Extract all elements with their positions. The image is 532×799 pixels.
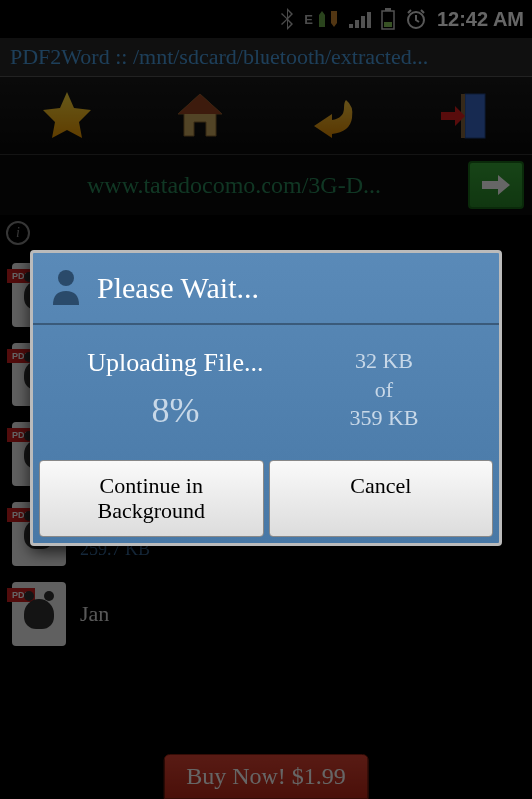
cancel-button[interactable]: Cancel (269, 460, 494, 537)
dialog-title: Please Wait... (97, 271, 259, 305)
dialog-header: Please Wait... (33, 253, 499, 325)
upload-dialog: Please Wait... Uploading File... 8% 32 K… (30, 250, 502, 546)
of-label: of (293, 377, 475, 402)
person-icon (49, 267, 83, 309)
svg-point-6 (58, 270, 74, 286)
upload-percent: 8% (57, 390, 293, 431)
upload-message: Uploading File... (57, 348, 293, 378)
continue-background-button[interactable]: Continue in Background (39, 460, 264, 537)
total-size: 359 KB (293, 405, 475, 431)
uploaded-size: 32 KB (293, 348, 475, 374)
dialog-body: Uploading File... 8% 32 KB of 359 KB (33, 325, 499, 454)
dialog-buttons: Continue in Background Cancel (33, 454, 499, 543)
